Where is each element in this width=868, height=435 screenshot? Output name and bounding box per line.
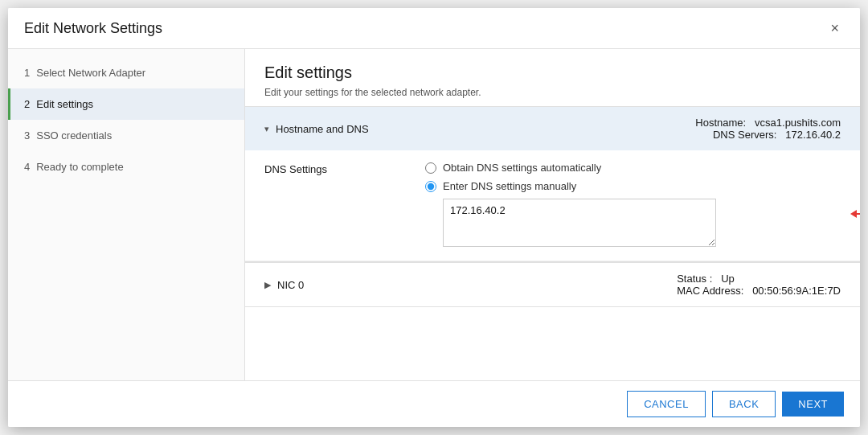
- dialog-header: Edit Network Settings ×: [8, 8, 860, 49]
- sidebar-item-1-label: Select Network Adapter: [36, 67, 145, 79]
- main-content: Edit settings Edit your settings for the…: [245, 49, 860, 380]
- main-title: Edit settings: [264, 64, 841, 82]
- arrow-head: [850, 210, 857, 218]
- hostname-section: ▾ Hostname and DNS Hostname: vcsa1.pushi…: [245, 107, 860, 262]
- sidebar-item-2[interactable]: 2 Edit settings: [8, 88, 244, 120]
- nic-expand-icon: ▶: [264, 280, 271, 290]
- sidebar: 1 Select Network Adapter 2 Edit settings…: [8, 49, 245, 380]
- dns-input-wrapper: [425, 199, 841, 249]
- dns-manual-option[interactable]: Enter DNS settings manually: [425, 180, 841, 192]
- nic-section-header[interactable]: ▶ NIC 0 Status : Up MAC Address:: [245, 262, 860, 306]
- nic-mac-value: 00:50:56:9A:1E:7D: [752, 285, 841, 297]
- dialog-body: 1 Select Network Adapter 2 Edit settings…: [8, 49, 860, 380]
- dialog-footer: CANCEL BACK NEXT: [8, 380, 860, 427]
- nic-section: ▶ NIC 0 Status : Up MAC Address:: [245, 262, 860, 307]
- nic-info: Status : Up MAC Address: 00:50:56:9A:1E:…: [677, 273, 841, 297]
- dialog-title: Edit Network Settings: [24, 20, 162, 37]
- dns-servers-display: DNS Servers: 172.16.40.2: [713, 129, 841, 141]
- hostname-value: vcsa1.pushits.com: [755, 117, 841, 129]
- hostname-section-header[interactable]: ▾ Hostname and DNS Hostname: vcsa1.pushi…: [245, 107, 860, 150]
- dns-input[interactable]: [443, 199, 716, 247]
- step-3-num: 3: [24, 129, 30, 142]
- sidebar-item-3[interactable]: 3 SSO credentials: [8, 120, 244, 151]
- dns-auto-radio[interactable]: [425, 162, 436, 174]
- hostname-section-info: Hostname: vcsa1.pushits.com DNS Servers:…: [695, 117, 841, 141]
- dns-manual-label: Enter DNS settings manually: [443, 180, 576, 192]
- nic-mac-label: MAC Address:: [677, 285, 743, 297]
- dns-settings-row: DNS Settings Obtain DNS settings automat…: [245, 150, 860, 261]
- main-subtitle: Edit your settings for the selected netw…: [264, 87, 841, 98]
- nic-status-display: Status : Up: [677, 273, 841, 285]
- sidebar-item-4[interactable]: 4 Ready to complete: [8, 151, 244, 183]
- main-header: Edit settings Edit your settings for the…: [245, 49, 860, 107]
- dns-manual-radio[interactable]: [425, 181, 436, 192]
- arrow-indicator: [850, 210, 860, 218]
- hostname-label: Hostname:: [695, 117, 746, 129]
- cancel-button[interactable]: CANCEL: [627, 391, 706, 417]
- hostname-display: Hostname: vcsa1.pushits.com: [695, 117, 841, 129]
- back-button[interactable]: BACK: [712, 391, 776, 417]
- bottom-spacer: [245, 307, 860, 380]
- edit-network-dialog: Edit Network Settings × 1 Select Network…: [8, 8, 860, 427]
- sidebar-item-4-label: Ready to complete: [36, 161, 123, 173]
- dns-auto-option[interactable]: Obtain DNS settings automatically: [425, 162, 841, 174]
- hostname-section-title: Hostname and DNS: [276, 123, 369, 135]
- main-scroll[interactable]: ▾ Hostname and DNS Hostname: vcsa1.pushi…: [245, 107, 860, 380]
- next-button[interactable]: NEXT: [782, 392, 844, 417]
- dns-settings-label: DNS Settings: [264, 162, 425, 175]
- nic-status-value: Up: [721, 273, 735, 285]
- step-4-num: 4: [24, 161, 30, 173]
- dns-auto-label: Obtain DNS settings automatically: [443, 162, 601, 174]
- collapse-icon: ▾: [264, 124, 269, 134]
- dns-servers-label: DNS Servers:: [713, 129, 776, 141]
- dns-servers-value: 172.16.40.2: [785, 129, 841, 141]
- dns-settings-control: Obtain DNS settings automatically Enter …: [425, 162, 841, 249]
- close-button[interactable]: ×: [825, 19, 844, 37]
- step-2-num: 2: [24, 98, 30, 110]
- nic-status-label: Status :: [677, 273, 712, 285]
- nic-section-title: NIC 0: [277, 279, 304, 291]
- nic-mac-display: MAC Address: 00:50:56:9A:1E:7D: [677, 285, 841, 297]
- sidebar-item-1[interactable]: 1 Select Network Adapter: [8, 57, 244, 88]
- hostname-section-body: DNS Settings Obtain DNS settings automat…: [245, 150, 860, 261]
- step-1-num: 1: [24, 67, 30, 79]
- sidebar-item-3-label: SSO credentials: [36, 129, 112, 142]
- sidebar-item-2-label: Edit settings: [36, 98, 93, 110]
- arrow-line: [857, 213, 860, 215]
